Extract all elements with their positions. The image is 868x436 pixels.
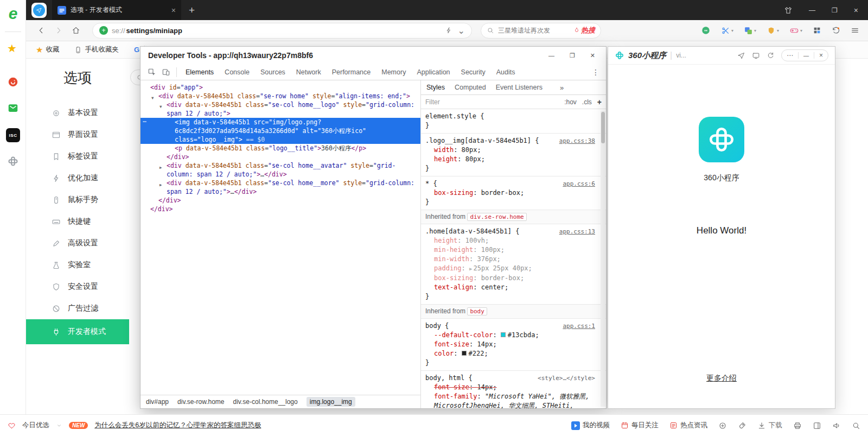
quick-launch-icon[interactable]: [31, 3, 47, 18]
devtools-menu-icon[interactable]: ⋮: [592, 68, 599, 77]
settings-nav-block[interactable]: 广告过滤: [26, 298, 129, 319]
dom-tree-node[interactable]: ▼<div data-v-584e45b1 class="se-row home…: [141, 92, 420, 100]
dom-tree-node[interactable]: ▼<div data-v-584e45b1 class="se-col home…: [141, 100, 420, 118]
css-property[interactable]: text-align: center;: [425, 283, 595, 292]
device-toolbar-icon[interactable]: [162, 68, 170, 77]
bookmark-phone-folder[interactable]: 手机收藏夹: [74, 45, 119, 54]
css-property[interactable]: height: 80px;: [425, 155, 595, 164]
browser-tab[interactable]: 选项 - 开发者模式 ×: [52, 0, 181, 20]
inherited-node-link[interactable]: body: [467, 307, 487, 315]
dom-tree-node[interactable]: <div id="app">: [141, 83, 420, 92]
css-property[interactable]: height: 100vh;: [425, 236, 595, 245]
new-tab-button[interactable]: +: [189, 4, 195, 16]
devtools-tab-network[interactable]: Network: [291, 64, 327, 80]
devtools-tab-performance[interactable]: Performance: [327, 64, 376, 80]
rule-selector-text[interactable]: .logo__img[data-v-584e45b1] {: [425, 136, 539, 146]
bookmark-favorites[interactable]: ★ 收藏: [36, 45, 59, 55]
tab-close-icon[interactable]: ×: [171, 6, 176, 15]
css-property[interactable]: min-height: 100px;: [425, 245, 595, 255]
url-dropdown-icon[interactable]: ⌄: [458, 26, 465, 36]
css-property[interactable]: width: 80px;: [425, 146, 595, 155]
settings-nav-gear[interactable]: 基本设置: [26, 102, 129, 124]
devtools-titlebar[interactable]: Developer Tools - app://qh13waury22p7m8b…: [141, 47, 606, 64]
boost-rocket-icon[interactable]: [738, 421, 746, 430]
dom-tree-node[interactable]: </div>: [141, 196, 420, 205]
reader-icon[interactable]: [701, 26, 711, 35]
overflow-dots-icon[interactable]: ⋯: [143, 117, 147, 126]
settings-nav-keyboard[interactable]: 快捷键: [26, 211, 129, 232]
dom-tree-node[interactable]: ▶<div data-v-584e45b1 class="se-col home…: [141, 161, 420, 179]
dom-tree-node[interactable]: ▶<div data-v-584e45b1 class="se-col home…: [141, 179, 420, 196]
tree-expand-icon[interactable]: ▶: [159, 163, 162, 172]
stylesheet-link[interactable]: app.css:1: [558, 321, 595, 331]
dom-tree-node[interactable]: ⋯<img data-v-584e45b1 src="img/logo.png?…: [141, 118, 420, 144]
theme-skin-icon[interactable]: [784, 6, 793, 15]
window-maximize-icon[interactable]: ❐: [832, 7, 838, 14]
stylesheet-link[interactable]: app.css:6: [558, 179, 595, 188]
styles-tab-styles[interactable]: Styles: [426, 84, 445, 91]
styles-tab-computed[interactable]: Computed: [455, 84, 486, 91]
devtools-tab-elements[interactable]: Elements: [180, 64, 219, 80]
stylesheet-link[interactable]: app.css:38: [555, 136, 595, 146]
styles-scrollbar[interactable]: [601, 111, 605, 407]
miniapp-minimize-icon[interactable]: —: [803, 53, 809, 59]
css-property[interactable]: color: #222;: [425, 349, 595, 358]
hot-news-button[interactable]: 热点资讯: [669, 421, 707, 430]
scrollbar-thumb[interactable]: [601, 112, 605, 143]
css-property[interactable]: --default-color: #13cbda;: [425, 331, 595, 340]
styles-filter-input[interactable]: [425, 98, 490, 106]
devtools-tab-application[interactable]: Application: [411, 64, 455, 80]
color-swatch[interactable]: [462, 351, 467, 356]
tree-collapse-icon[interactable]: ▼: [159, 103, 162, 111]
stylesheet-link[interactable]: <style>…</style>: [533, 374, 595, 383]
css-property[interactable]: font-family: "Microsoft YaHei", 微软雅黑, Mi…: [425, 392, 595, 408]
expand-shorthand-icon[interactable]: ▶: [469, 266, 472, 271]
speed-bolt-icon[interactable]: [445, 27, 452, 34]
daily-follow-button[interactable]: 每日关注: [621, 421, 659, 430]
css-property[interactable]: min-width: 376px;: [425, 255, 595, 264]
devtools-tab-audits[interactable]: Audits: [491, 64, 521, 80]
printer-icon[interactable]: [793, 421, 802, 430]
isc-badge[interactable]: ISC: [6, 128, 20, 142]
settings-nav-tag[interactable]: 标签设置: [26, 146, 129, 167]
back-icon[interactable]: [37, 26, 46, 35]
css-property[interactable]: box-sizing: border-box;: [425, 274, 595, 283]
browser-logo[interactable]: e: [4, 4, 22, 23]
settings-nav-flask[interactable]: 实验室: [26, 254, 129, 276]
breadcrumb-item[interactable]: img.logo__img: [307, 397, 355, 407]
screenshot-scissors-icon[interactable]: [721, 26, 730, 35]
refresh-icon[interactable]: [767, 52, 775, 60]
search-bar[interactable]: 三星堆遗址再次发 热搜: [481, 23, 601, 39]
weibo-icon[interactable]: [7, 76, 19, 88]
devtools-tab-console[interactable]: Console: [219, 64, 255, 80]
pseudo-state-toggle[interactable]: :hov: [564, 98, 577, 106]
home-icon[interactable]: [72, 26, 80, 35]
my-videos-button[interactable]: 我的视频: [571, 421, 610, 430]
forward-icon[interactable]: [54, 26, 63, 35]
share-icon[interactable]: [737, 52, 745, 60]
security-shield-icon[interactable]: [767, 26, 776, 35]
recently-closed-icon[interactable]: [832, 26, 840, 35]
more-icon[interactable]: ⋯: [787, 52, 793, 59]
class-toggle[interactable]: .cls: [582, 98, 592, 106]
settings-nav-mouse[interactable]: 鼠标手势: [26, 189, 129, 211]
rule-selector-text[interactable]: body {: [425, 321, 449, 331]
more-info-link[interactable]: 更多介绍: [608, 374, 835, 383]
css-property[interactable]: box-sizing: border-box;: [425, 188, 595, 198]
menu-icon[interactable]: [851, 26, 859, 35]
breadcrumb-item[interactable]: div.se-col.home__logo: [233, 398, 298, 406]
settings-nav-shield[interactable]: 安全设置: [26, 276, 129, 298]
mail-icon[interactable]: [7, 102, 19, 114]
breadcrumb-item[interactable]: div#app: [146, 398, 169, 406]
side-panel-icon[interactable]: [813, 421, 821, 430]
download-button[interactable]: 下载: [757, 421, 782, 430]
inherited-node-link[interactable]: div.se-row.home: [467, 213, 526, 221]
dom-tree-node[interactable]: </div>: [141, 205, 420, 213]
cast-icon[interactable]: [752, 52, 760, 60]
window-minimize-icon[interactable]: —: [809, 7, 815, 14]
page-zoom-icon[interactable]: [852, 421, 860, 430]
settings-nav-pen[interactable]: 高级设置: [26, 232, 129, 254]
favorites-star-icon[interactable]: ★: [7, 42, 17, 54]
games-icon[interactable]: [789, 26, 799, 35]
devtools-minimize-icon[interactable]: —: [548, 52, 554, 59]
